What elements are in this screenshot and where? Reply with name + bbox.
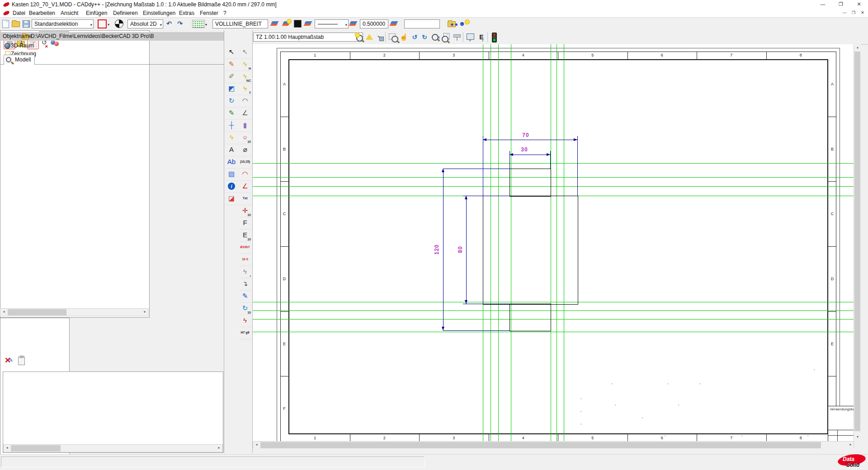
- auto-dim-chain-icon[interactable]: ϟT: [239, 83, 251, 95]
- menu-definieren[interactable]: Definieren: [111, 9, 140, 17]
- zoom-previous-icon[interactable]: ↺: [430, 32, 440, 42]
- scroll-right-icon[interactable]: ▸: [216, 445, 222, 452]
- delete-annotation-icon[interactable]: ✕ ✎: [5, 356, 14, 366]
- rotate-dim-icon[interactable]: ↻10: [239, 303, 251, 315]
- move-dim-icon[interactable]: ✛10: [239, 205, 251, 217]
- select-cursor-icon[interactable]: ↖: [225, 47, 238, 59]
- drawing-canvas[interactable]: 1122334455667788AABBCCDDEEFF703012080...…: [253, 44, 861, 448]
- view-rotate-cw-icon[interactable]: ↻: [420, 32, 429, 42]
- save-file-icon[interactable]: [23, 20, 30, 28]
- color-select-icon[interactable]: [98, 19, 107, 28]
- coordinate-mode-combo[interactable]: Absolut 2D▾: [127, 19, 163, 28]
- dim-frame-icon[interactable]: ↴: [239, 278, 251, 291]
- undo-icon[interactable]: ↶: [165, 19, 174, 28]
- close-button[interactable]: ✕: [850, 0, 868, 9]
- scrollbar-thumb[interactable]: [8, 309, 66, 315]
- text-tool-icon[interactable]: Ab: [225, 156, 238, 169]
- menu-bearbeiten[interactable]: Bearbeiten: [27, 9, 57, 17]
- layer-linetype-icon[interactable]: [349, 20, 357, 27]
- quadrant-circle-icon[interactable]: [115, 19, 123, 28]
- line-type-combo[interactable]: ▾: [315, 19, 349, 28]
- info-icon[interactable]: i: [225, 181, 238, 193]
- maximize-button[interactable]: ❐: [832, 0, 850, 9]
- canvas-vertical-scrollbar[interactable]: ▴ ▾: [854, 44, 861, 448]
- scroll-up-icon[interactable]: ▴: [854, 44, 861, 51]
- canvas-horizontal-scrollbar[interactable]: ◂ ▸: [253, 441, 854, 448]
- scroll-left-icon[interactable]: ◂: [4, 445, 10, 452]
- highlight-lamp-icon[interactable]: [354, 32, 364, 42]
- surface-finish-icon[interactable]: F: [239, 217, 251, 230]
- quick-dimension-icon[interactable]: ϟ: [225, 132, 238, 144]
- taper-dim-icon[interactable]: ∠: [239, 181, 251, 193]
- edge-dim-icon[interactable]: E10: [239, 230, 251, 242]
- scrollbar-thumb[interactable]: [260, 442, 821, 448]
- snap-triangle-icon[interactable]: [364, 32, 374, 42]
- mdi-close-button[interactable]: ✕: [859, 10, 866, 16]
- grid-settings-icon[interactable]: [192, 20, 205, 28]
- rotate-view-icon[interactable]: ↻: [225, 95, 238, 108]
- e-function-icon[interactable]: E): [476, 32, 486, 42]
- auto-dim-nc-icon[interactable]: ϟNC: [239, 71, 251, 83]
- angle-dim-icon[interactable]: ∠: [239, 108, 251, 120]
- angle-arc-dim-icon[interactable]: ◠: [239, 95, 251, 108]
- construction-pencil-icon[interactable]: ✎: [225, 108, 238, 120]
- zoom-page-icon[interactable]: [441, 32, 451, 42]
- hatch-icon[interactable]: ▨: [225, 169, 238, 181]
- menu-datei[interactable]: Datei: [11, 9, 27, 17]
- select-cursor-alt-icon[interactable]: ↖: [239, 47, 251, 59]
- viewport-window-icon[interactable]: ◩: [225, 83, 238, 95]
- menu-ansicht[interactable]: Ansicht: [59, 9, 80, 17]
- scroll-down-icon[interactable]: ▾: [854, 434, 861, 441]
- frame-settings-icon[interactable]: F: [466, 32, 476, 42]
- scrollbar-thumb[interactable]: [854, 52, 860, 431]
- line-style-name-input[interactable]: VOLLLINIE_BREIT: [212, 19, 268, 28]
- scroll-left-icon[interactable]: ◂: [253, 442, 260, 448]
- menu-einstellungen[interactable]: Einstellungen: [141, 9, 177, 17]
- mdi-minimize-button[interactable]: —: [841, 10, 848, 16]
- eraser-icon[interactable]: ◪: [225, 193, 238, 205]
- redraw-roller-icon[interactable]: [452, 32, 462, 42]
- point-snap-icon[interactable]: ┼: [225, 120, 238, 132]
- redo-icon[interactable]: ↷: [175, 19, 184, 28]
- line-width-input[interactable]: 0.500000: [360, 19, 388, 28]
- label-frame-icon[interactable]: A: [225, 144, 238, 156]
- menu-fenster[interactable]: Fenster: [198, 9, 220, 17]
- layer-width-icon[interactable]: [390, 20, 398, 27]
- edit-dim-icon[interactable]: ✎: [239, 291, 251, 303]
- menu-extras[interactable]: Extras: [177, 9, 196, 17]
- draw-pencil-icon[interactable]: ✎: [225, 59, 238, 71]
- selection-mode-combo[interactable]: Standardselektion▾: [32, 19, 94, 28]
- view-rotate-ccw-icon[interactable]: ↺: [410, 32, 420, 42]
- new-file-icon[interactable]: [2, 20, 9, 28]
- scrollbar-thumb[interactable]: [11, 445, 61, 451]
- color-select-dropdown-icon[interactable]: ▾: [108, 23, 109, 27]
- layer-color-icon[interactable]: [304, 20, 312, 27]
- save-view-icon[interactable]: ↘: [374, 32, 384, 42]
- mdi-restore-button[interactable]: ❐: [850, 10, 857, 16]
- minimize-button[interactable]: —: [814, 0, 832, 9]
- tolerance-dim-icon[interactable]: 10 0: [239, 254, 251, 266]
- cylinder-dim-icon[interactable]: ▮: [239, 120, 251, 132]
- leader-text-icon[interactable]: Txt: [239, 193, 251, 205]
- traffic-light-icon[interactable]: [492, 33, 497, 42]
- tab-modell[interactable]: Modell: [4, 55, 35, 65]
- fit-dim-icon[interactable]: Ø10h7: [239, 242, 251, 254]
- coordinate-dim-icon[interactable]: (10,15): [239, 156, 251, 169]
- drawing-scale-combo[interactable]: TZ 1.00:1.00 Hauptmaßstab▾: [253, 33, 363, 42]
- tree-horizontal-scrollbar[interactable]: ◂ ▸: [0, 308, 149, 316]
- regen-dim-icon[interactable]: ϟ: [239, 315, 251, 327]
- menu-einfuegen[interactable]: Einfügen: [84, 9, 109, 17]
- zoom-window-icon[interactable]: [388, 32, 398, 42]
- menu-help[interactable]: ?: [222, 9, 228, 17]
- scroll-right-icon[interactable]: ▸: [847, 442, 854, 448]
- object-item-3d-raum[interactable]: 3D-Raum: [11, 42, 34, 50]
- scroll-right-icon[interactable]: ▸: [142, 309, 148, 316]
- tree-item-model-file[interactable]: D:\AVCHD_Filme\Lernvideos\BeckerCAD 3D P…: [0, 32, 224, 41]
- message-horizontal-scrollbar[interactable]: ◂ ▸: [3, 444, 223, 452]
- diameter-dim-icon[interactable]: ⌀: [239, 144, 251, 156]
- radius-dim-icon[interactable]: ◠: [239, 169, 251, 181]
- layer-folder-icon[interactable]: [270, 20, 278, 27]
- open-file-icon[interactable]: [12, 21, 20, 27]
- dim-point-icon[interactable]: ϟ•: [239, 266, 251, 278]
- pan-icon[interactable]: ☝: [399, 32, 409, 42]
